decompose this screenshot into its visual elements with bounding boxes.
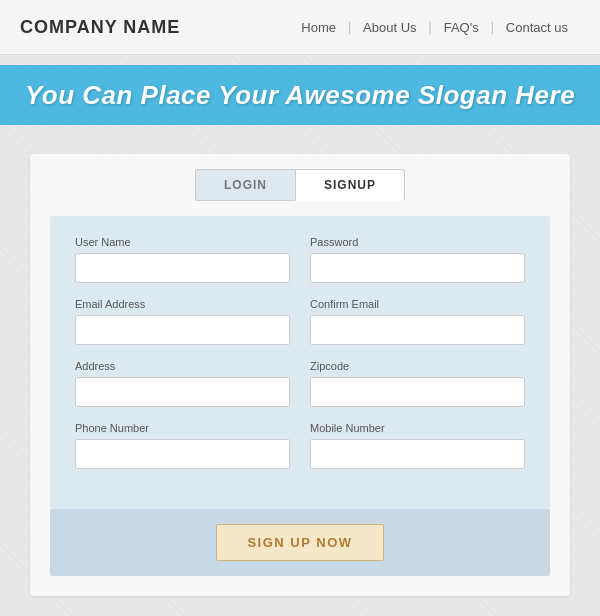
- input-zipcode[interactable]: [310, 377, 525, 407]
- banner-wrapper: You Can Place Your Awesome Slogan Here: [0, 55, 600, 135]
- form-group-phone: Phone Number: [75, 422, 290, 469]
- signup-button[interactable]: SIGN UP NOW: [216, 524, 383, 561]
- input-address[interactable]: [75, 377, 290, 407]
- nav-about[interactable]: About Us: [351, 20, 428, 35]
- tabs: LOGIN SIGNUP: [30, 154, 570, 201]
- label-phone: Phone Number: [75, 422, 290, 434]
- input-confirm-email[interactable]: [310, 315, 525, 345]
- main-content: LOGIN SIGNUP User Name Password Email Ad…: [30, 154, 570, 596]
- form-row-3: Address Zipcode: [75, 360, 525, 407]
- nav: Home | About Us | FAQ's | Contact us: [289, 20, 580, 35]
- form-group-password: Password: [310, 236, 525, 283]
- label-zipcode: Zipcode: [310, 360, 525, 372]
- nav-faq[interactable]: FAQ's: [432, 20, 491, 35]
- form-group-confirm-email: Confirm Email: [310, 298, 525, 345]
- form-footer: SIGN UP NOW: [50, 509, 550, 576]
- form-row-1: User Name Password: [75, 236, 525, 283]
- company-name: COMPANY NAME: [20, 17, 180, 38]
- banner-ribbon: You Can Place Your Awesome Slogan Here: [0, 65, 600, 125]
- form-group-email: Email Address: [75, 298, 290, 345]
- form-group-mobile: Mobile Number: [310, 422, 525, 469]
- form-row-4: Phone Number Mobile Number: [75, 422, 525, 469]
- banner-slogan: You Can Place Your Awesome Slogan Here: [25, 80, 575, 111]
- form-group-zipcode: Zipcode: [310, 360, 525, 407]
- input-username[interactable]: [75, 253, 290, 283]
- label-username: User Name: [75, 236, 290, 248]
- label-email: Email Address: [75, 298, 290, 310]
- nav-contact[interactable]: Contact us: [494, 20, 580, 35]
- input-email[interactable]: [75, 315, 290, 345]
- form-group-username: User Name: [75, 236, 290, 283]
- input-password[interactable]: [310, 253, 525, 283]
- input-phone[interactable]: [75, 439, 290, 469]
- nav-home[interactable]: Home: [289, 20, 348, 35]
- form-group-address: Address: [75, 360, 290, 407]
- tab-signup[interactable]: SIGNUP: [295, 169, 405, 201]
- signup-form: User Name Password Email Address Confirm…: [50, 216, 550, 509]
- label-address: Address: [75, 360, 290, 372]
- label-confirm-email: Confirm Email: [310, 298, 525, 310]
- input-mobile[interactable]: [310, 439, 525, 469]
- form-row-2: Email Address Confirm Email: [75, 298, 525, 345]
- label-password: Password: [310, 236, 525, 248]
- header: COMPANY NAME Home | About Us | FAQ's | C…: [0, 0, 600, 55]
- label-mobile: Mobile Number: [310, 422, 525, 434]
- tab-login[interactable]: LOGIN: [195, 169, 295, 201]
